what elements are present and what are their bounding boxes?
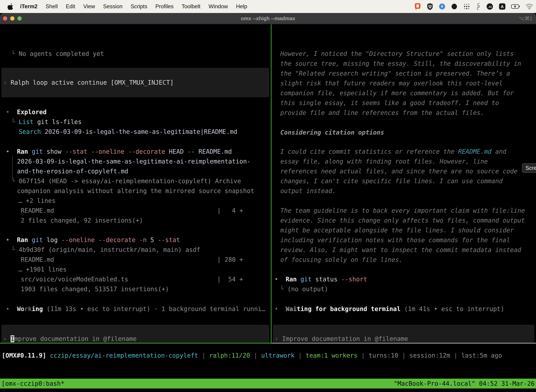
apple-logo [7,3,13,10]
close-button[interactable] [3,16,7,21]
moon-icon[interactable] [451,3,458,10]
window-title: omx --xhigh --madmax [0,16,536,21]
terminal-line: changes, I can't cite specific file line… [280,176,502,186]
shield-keyboard-icon[interactable] [427,3,433,10]
terminal-line: • Explored [6,107,47,117]
menu-item-edit[interactable]: Edit [66,3,75,10]
prompt-input-right[interactable]: › Improve documentation in @filename [273,325,534,343]
tmux-host-clock: "MacBook-Pro-44.local" 04:52 31-Mar-26 [394,379,535,388]
desktop: { "menubar": { "apple_icon": "apple-logo… [0,0,536,392]
tmux-pane-right[interactable]: › Improve documentation in @filename How… [272,24,536,343]
terminal-line: README.md | 280 + [21,255,243,265]
traffic-lights [3,16,22,21]
tmux-session-label: [omx-cczip0:bash* [1,379,64,388]
macos-menu-bar: iTerm2ShellEditViewSessionScriptsProfile… [0,0,536,13]
menu-item-view[interactable]: View [83,3,95,10]
terminal-line: slight risk that future readers may over… [280,78,502,88]
user-message-box: › Ralph loop active continue [OMX_TMUX_I… [1,68,269,97]
svg-text:A: A [501,4,504,9]
terminal-line: README.md | 4 + [21,206,243,215]
terminal-line: and-the-erosion-of-copyleft.md [17,166,128,176]
tree-connector-line [12,156,13,179]
menu-item-shell[interactable]: Shell [46,3,58,10]
terminal-line: references need actual files, and since … [280,166,517,176]
terminal-line: └ No agents completed yet [11,49,104,59]
terminal-line: companion file, especially if more comme… [280,88,514,98]
terminal-line: └ 4b9d30f (origin/main, instructkr/main,… [11,245,200,255]
terminal-line: review. Also, I might want to inspect th… [280,245,521,255]
tmux-status-bar: [omx-cczip0:bash* "MacBook-Pro-44.local"… [0,379,536,388]
menu-item-session[interactable]: Session [103,3,122,10]
terminal-line: 2 files changed, 92 insertions(+) [21,215,143,225]
terminal-line: └ List git ls-files [11,117,81,127]
menu-item-toolbelt[interactable]: Toolbelt [182,3,201,10]
terminal-line: └ 067f154 (HEAD -> essay/ai-reimplementa… [11,176,241,186]
omx-status-line: [OMX#0.11.9] cczip/essay/ai-reimplementa… [2,350,502,360]
terminal-line: • Ran git log --oneline --decorate -n 5 … [6,235,180,245]
terminal-line: However, I noticed the "Directory Struct… [280,49,514,59]
terminal-area: › Ralph loop active continue [OMX_TMUX_I… [0,24,536,392]
menu-item-scripts[interactable]: Scripts [131,3,147,10]
terminal-line: • Working (11m 13s • esc to interrupt) ·… [6,304,265,314]
pane-border-bottom-left [0,343,272,344]
menu-item-help[interactable]: Help [236,3,247,10]
menu-item-profiles[interactable]: Profiles [155,3,173,10]
terminal-line: the "Related research writing" section i… [280,69,510,78]
terminal-line: evidence. Since this change only affects… [280,215,525,225]
iterm2-window: omx --xhigh --madmax ⌥⌘1 › Ralph loop ac… [0,13,536,392]
terminal-line: I could cite commit statistics or refere… [280,147,506,156]
terminal-line: 1903 files changed, 513517 insertions(+) [21,284,169,294]
terminal-line: output instead. [280,186,336,196]
dots-grid-icon[interactable] [463,3,470,10]
menu-item-window[interactable]: Window [209,3,228,10]
screen-share-pill[interactable]: Scre [522,163,536,173]
terminal-line: … +2 lines [19,196,56,206]
terminal-line: including verification notes with those … [280,235,510,245]
minimize-button[interactable] [10,16,14,21]
menu-status-icons: ..61 A [414,3,533,10]
terminal-line: companion analysis without altering the … [17,186,254,196]
zoom-button[interactable] [17,16,22,21]
terminal-line: • Ran git show --stat --oneline --decora… [6,147,232,156]
terminal-line: essay file, along with finding root file… [280,156,488,166]
terminal-line: 2026-03-09-is-legal-the-same-as-legitima… [17,156,251,166]
battery-percent-badge[interactable]: ..61 [486,3,493,10]
terminal-line: this single essay, it seems like a good … [280,98,499,108]
terminal-line: The team guideline is to back every impo… [280,206,525,215]
battery-icon[interactable] [511,4,520,9]
terminal-line: • Ran git status --short [274,274,367,284]
apple-menu-icon[interactable] [7,3,13,10]
squiggle-icon[interactable] [475,3,481,10]
screen-share-label: Scre [526,165,536,171]
menu-items: iTerm2ShellEditViewSessionScriptsProfile… [20,3,247,10]
window-shortcut-badge: ⌥⌘1 [519,15,532,21]
wifi-icon[interactable] [526,3,533,10]
window-titlebar[interactable]: omx --xhigh --madmax ⌥⌘1 [0,13,536,24]
terminal-line: src/voice/voiceModeEnabled.ts | 54 + [21,274,243,284]
terminal-line: of focusing solely on file lines. [280,255,402,265]
terminal-line: Search 2026-03-09-is-legal-the-same-as-l… [11,127,237,137]
terminal-line: … +1901 lines [19,265,67,274]
blue-badge-icon[interactable] [439,3,446,10]
svg-text:..61: ..61 [488,5,492,8]
pane-border-bottom-right [272,343,536,344]
terminal-line: might be acceptable alongside the file l… [280,225,514,235]
menu-item-iterm2[interactable]: iTerm2 [20,3,38,10]
terminal-line: provide file and line references from th… [280,108,484,118]
tmux-pane-left[interactable]: › Ralph loop active continue [OMX_TMUX_I… [0,24,271,343]
chat-icon[interactable] [414,3,421,10]
terminal-line: the source tree, missing the essay. Stil… [280,59,521,69]
terminal-line: Considering citation options [280,127,384,137]
a-key-icon[interactable]: A [499,3,506,10]
terminal-line: └ (no output) [280,284,328,294]
terminal-line: • Waiting for background terminal (1m 41… [274,304,504,314]
prompt-input-left[interactable]: › Improve documentation in @filename [1,325,269,343]
